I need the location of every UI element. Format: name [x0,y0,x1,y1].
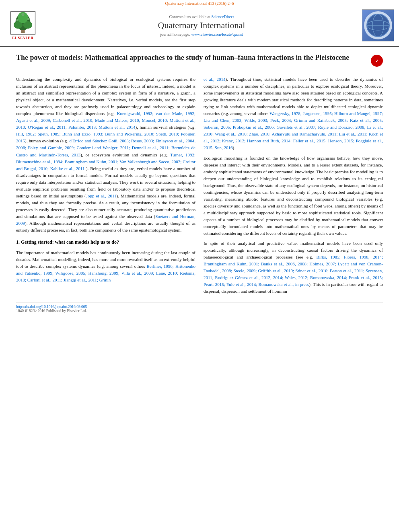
para-3: Ecological modelling is founded on the k… [204,155,383,237]
para-1: Understanding the complexity and dynamic… [16,76,195,234]
elsevier-logo: ELSEVIER [5,11,41,40]
footer: http://dx.doi.org/10.1016/j.quaint.2016.… [16,302,383,313]
section-1-heading: 1. Getting started: what can models help… [16,238,195,246]
left-column: Understanding the complexity and dynamic… [16,76,195,298]
ref-link[interactable]: et al., 2014 [204,77,225,82]
journal-issue-text: Quaternary International 413 (2016) 2–6 [165,1,234,6]
page-content: The power of models: Mathematical approa… [0,47,399,321]
ref-link[interactable]: Berliner, 1996; Hritonenko and Yatsenko,… [16,264,195,282]
science-direct-link[interactable]: ScienceDirect [211,14,234,19]
journal-header: Quaternary International 413 (2016) 2–6 [0,0,399,47]
elsevier-tree-icon [9,11,37,35]
article-title-section: The power of models: Mathematical approa… [16,53,383,71]
homepage-link[interactable]: www.elsevier.com/locate/quaint [191,32,243,37]
svg-point-7 [21,13,24,16]
para-2-cont: et al., 2014). Throughout time, statisti… [204,76,383,152]
right-column: et al., 2014). Throughout time, statisti… [204,76,383,298]
svg-point-5 [16,19,19,21]
ref-link[interactable]: Koenigswald, 1992; van der Made, 1992; A… [16,111,195,129]
doi-link[interactable]: http://dx.doi.org/10.1016/j.quaint.2016.… [16,305,87,309]
ref-link[interactable]: d'Errico and Sánchez Goñi, 2003; Rosas, … [16,138,195,157]
issn-text: 1040-6182/© 2016 Published by Elsevier L… [16,309,87,313]
crossmark-badge: ✓ [371,55,383,67]
ref-link[interactable]: Birks, 1985; Flores, 1998, 2014; Brantin… [204,255,383,287]
elsevier-label: ELSEVIER [12,36,34,40]
svg-point-6 [27,18,30,21]
ref-link[interactable]: Wangersky, 1978; Jørgensen, 1995; Hilbor… [204,111,383,150]
journal-center: Contents lists available at ScienceDirec… [41,14,362,37]
page-wrapper: Quaternary International 413 (2016) 2–6 [0,0,399,321]
article-body: Understanding the complexity and dynamic… [16,76,383,298]
article-title: The power of models: Mathematical approa… [16,53,371,62]
journal-issue-info: Quaternary International 413 (2016) 2–6 [0,0,399,7]
homepage-line: journal homepage: www.elsevier.com/locat… [41,32,362,37]
journal-title-banner: Quaternary International [41,20,362,31]
para-2: The importance of mathematical models ha… [16,249,195,283]
contents-line: Contents lists available at ScienceDirec… [41,14,362,19]
ref-link[interactable]: Jopp et al., 2011 [86,193,117,198]
svg-text:✓: ✓ [375,59,378,63]
journal-thumb-inner [364,11,392,39]
journal-banner: ELSEVIER Contents lists available at Sci… [0,7,399,44]
para-4: In spite of their analytical and predict… [204,240,383,295]
journal-thumbnail [362,9,394,41]
ref-link[interactable]: Soetaert and Herman, 2009 [16,214,195,226]
